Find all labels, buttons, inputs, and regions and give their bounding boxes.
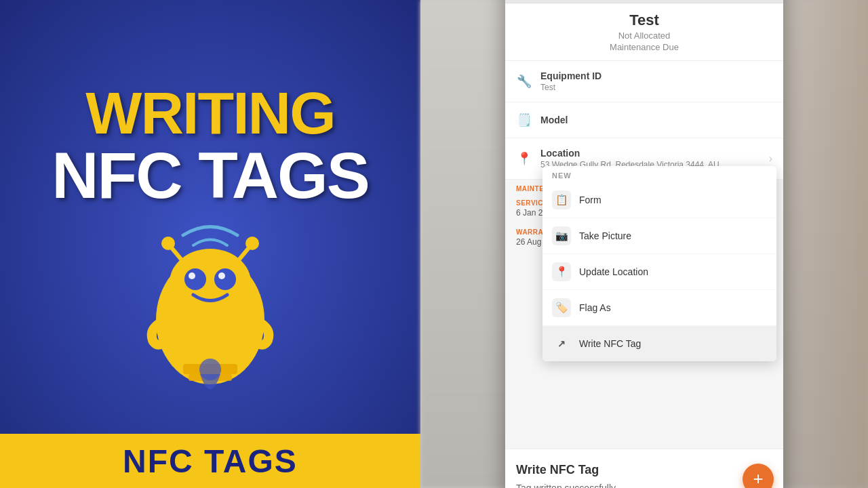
app-subtitle-1: Not Allocated <box>516 30 772 41</box>
tab-bar: ← INFO PHOTOS FORMS i <box>505 0 783 3</box>
dropdown-item-take-picture[interactable]: 📷 Take Picture <box>542 218 776 254</box>
svg-point-12 <box>199 359 221 380</box>
phone-ui: ← INFO PHOTOS FORMS i Test Not Allocated… <box>505 0 783 488</box>
bottom-banner-text: NFC TAGS <box>123 443 298 480</box>
model-icon: 🗒️ <box>516 112 532 128</box>
info-button[interactable]: i <box>753 0 783 3</box>
form-icon: 📋 <box>552 190 571 209</box>
svg-point-6 <box>184 268 206 290</box>
app-header: Test Not Allocated Maintenance Due <box>505 3 783 61</box>
equipment-id-row: 🔧 Equipment ID Test <box>505 61 783 102</box>
svg-point-7 <box>214 268 236 290</box>
app-title: Test <box>516 12 772 29</box>
location-label: Location <box>540 148 761 159</box>
dropdown-item-flag-as[interactable]: 🏷️ Flag As <box>542 290 776 326</box>
dropdown-take-picture-label: Take Picture <box>579 230 631 241</box>
pin-icon: 📍 <box>552 262 571 281</box>
equipment-id-label: Equipment ID <box>540 70 772 81</box>
nfc-dialog-message: Tag written successfully. <box>516 483 772 489</box>
dropdown-write-nfc-label: Write NFC Tag <box>579 338 641 349</box>
dropdown-item-form[interactable]: 📋 Form <box>542 182 776 218</box>
svg-point-1 <box>161 237 175 250</box>
app-subtitle-2: Maintenance Due <box>516 42 772 52</box>
model-row: 🗒️ Model <box>505 102 783 138</box>
dropdown-form-label: Form <box>579 195 601 205</box>
dropdown-update-location-label: Update Location <box>579 266 648 277</box>
flag-icon: 🏷️ <box>552 298 571 317</box>
svg-point-8 <box>189 272 195 279</box>
equipment-id-value: Test <box>540 83 772 92</box>
svg-point-5 <box>170 249 251 317</box>
location-icon: 📍 <box>516 150 532 167</box>
thumbnail-title: WRITING NFC TAGS <box>52 83 369 208</box>
dropdown-item-write-nfc-tag[interactable]: ↗ Write NFC Tag <box>542 326 776 361</box>
bottom-banner: NFC TAGS <box>0 434 420 488</box>
svg-point-9 <box>218 272 225 279</box>
thumbnail-panel: WRITING NFC TAGS <box>0 0 420 488</box>
right-panel: ← INFO PHOTOS FORMS i Test Not Allocated… <box>420 0 868 488</box>
back-button[interactable]: ← <box>505 0 535 3</box>
title-nfc-tags: NFC TAGS <box>52 143 369 208</box>
dropdown-item-update-location[interactable]: 📍 Update Location <box>542 254 776 290</box>
model-label: Model <box>540 115 772 125</box>
title-writing: WRITING <box>52 83 369 143</box>
dropdown-flag-as-label: Flag As <box>579 302 611 313</box>
equipment-icon: 🔧 <box>516 73 532 89</box>
dropdown-new-label: NEW <box>542 166 776 182</box>
nfc-dialog: Write NFC Tag Tag written successfully. … <box>505 449 783 489</box>
share-icon: ↗ <box>552 334 571 353</box>
camera-icon: 📷 <box>552 226 571 245</box>
nfc-dialog-title: Write NFC Tag <box>516 463 772 477</box>
chevron-right-icon: › <box>769 152 772 165</box>
dropdown-menu: NEW 📋 Form 📷 Take Picture 📍 Update Locat… <box>542 166 776 361</box>
app-content: 🔧 Equipment ID Test 🗒️ Model 📍 <box>505 61 783 489</box>
svg-point-3 <box>245 237 259 250</box>
robot-illustration <box>115 215 305 405</box>
